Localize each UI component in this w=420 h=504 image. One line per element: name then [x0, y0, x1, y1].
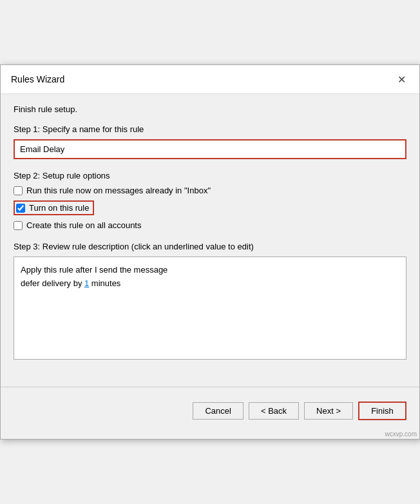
run-now-label: Run this rule now on messages already in… — [26, 186, 211, 195]
run-now-checkbox[interactable] — [14, 186, 23, 195]
cancel-button[interactable]: Cancel — [193, 402, 243, 420]
description-line1: Apply this rule after I send the message — [21, 264, 399, 277]
description-line2: defer delivery by 1 minutes — [21, 277, 399, 291]
turn-on-checkbox[interactable] — [16, 204, 25, 213]
option3-row: Create this rule on all accounts — [14, 220, 406, 230]
dialog-body: Finish rule setup. Step 1: Specify a nam… — [1, 94, 419, 382]
dialog-subtitle: Finish rule setup. — [14, 104, 406, 114]
footer-divider — [1, 387, 419, 387]
step1-label: Step 1: Specify a name for this rule — [14, 124, 406, 134]
step3-section: Step 3: Review rule description (click a… — [14, 242, 406, 360]
dialog-footer: Cancel < Back Next > Finish — [1, 395, 419, 431]
option1-row: Run this rule now on messages already in… — [14, 186, 406, 195]
all-accounts-checkbox[interactable] — [14, 221, 23, 230]
watermark: wcxvp.com — [1, 431, 419, 439]
option2-row: Turn on this rule — [14, 200, 406, 215]
title-bar: Rules Wizard ✕ — [1, 65, 419, 94]
step2-label: Step 2: Setup rule options — [14, 171, 406, 180]
step2-section: Step 2: Setup rule options Run this rule… — [14, 171, 406, 230]
close-button[interactable]: ✕ — [394, 72, 409, 87]
rule-description-box: Apply this rule after I send the message… — [14, 257, 406, 360]
step3-label: Step 3: Review rule description (click a… — [14, 242, 406, 251]
rules-wizard-dialog: Rules Wizard ✕ Finish rule setup. Step 1… — [0, 64, 420, 440]
description-prefix: defer delivery by — [21, 278, 84, 288]
dialog-title: Rules Wizard — [11, 74, 64, 84]
turn-on-label: Turn on this rule — [29, 203, 89, 213]
description-suffix: minutes — [89, 278, 120, 288]
next-button[interactable]: Next > — [304, 402, 353, 420]
rule-name-input-wrapper — [14, 139, 406, 159]
finish-button[interactable]: Finish — [358, 402, 406, 420]
turn-on-wrapper: Turn on this rule — [14, 200, 94, 215]
back-button[interactable]: < Back — [249, 402, 299, 420]
step1-section: Step 1: Specify a name for this rule — [14, 124, 406, 159]
all-accounts-label: Create this rule on all accounts — [26, 220, 141, 230]
rule-name-input[interactable] — [16, 142, 404, 157]
